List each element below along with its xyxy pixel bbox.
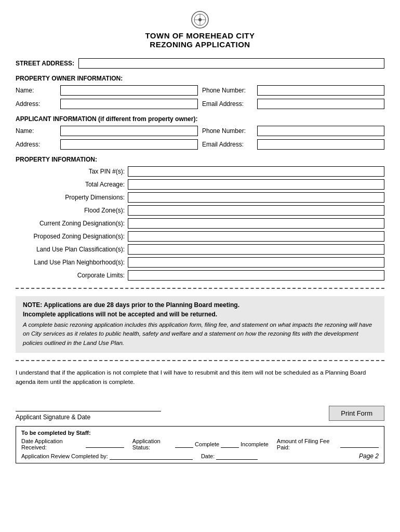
flood-zone-input[interactable]	[128, 205, 384, 216]
date-received-label: Date Application Received:	[21, 438, 84, 450]
fee-value[interactable]	[340, 441, 379, 448]
applicant-address-email-row: Address: Email Address:	[16, 139, 384, 150]
fee-field: Amount of Filing Fee Paid:	[277, 438, 379, 450]
print-form-button[interactable]: Print Form	[329, 406, 384, 421]
owner-address-email-row: Address: Email Address:	[16, 99, 384, 109]
note-line2: Incomplete applications will not be acce…	[23, 311, 377, 318]
date-received-field: Date Application Received:	[21, 438, 124, 450]
applicant-address-label: Address:	[16, 141, 57, 148]
divider-top	[16, 288, 384, 289]
current-zoning-row: Current Zoning Designation(s):	[16, 218, 384, 229]
review-date-value[interactable]	[216, 453, 258, 460]
note-box: NOTE: Applications are due 28 days prior…	[16, 296, 384, 353]
note-title: NOTE: Applications are due 28 days prior…	[23, 301, 377, 309]
owner-name-input[interactable]	[60, 85, 198, 96]
review-date-label: Date:	[201, 453, 215, 459]
date-received-value[interactable]	[86, 441, 124, 448]
incomplete-checkbox[interactable]	[221, 441, 239, 448]
applicant-address-input[interactable]	[60, 139, 198, 150]
applicant-section-label: APPLICANT INFORMATION (if different from…	[16, 115, 384, 123]
flood-zone-label: Flood Zone(s):	[31, 207, 125, 214]
land-use-class-input[interactable]	[128, 244, 384, 255]
tax-pin-input[interactable]	[128, 166, 384, 177]
property-dimensions-label: Property Dimensions:	[31, 194, 125, 201]
corporate-limits-row: Corporate Limits:	[16, 270, 384, 281]
owner-address-label: Address:	[16, 100, 57, 108]
owner-name-phone-row: Name: Phone Number:	[16, 85, 384, 96]
signature-line	[16, 402, 161, 411]
applicant-name-label: Name:	[16, 127, 57, 135]
signature-section: Applicant Signature & Date Print Form	[16, 402, 384, 421]
street-address-label: STREET ADDRESS:	[16, 60, 74, 67]
fee-label: Amount of Filing Fee Paid:	[277, 438, 339, 450]
page-header: TOWN OF MOREHEAD CITY REZONING APPLICATI…	[16, 10, 384, 49]
proposed-zoning-label: Proposed Zoning Designation(s):	[31, 233, 125, 240]
app-status-field: Application Status: Complete Incomplete	[132, 438, 269, 450]
app-status-label: Application Status:	[132, 438, 174, 450]
city-logo	[191, 10, 209, 29]
proposed-zoning-row: Proposed Zoning Designation(s):	[16, 231, 384, 242]
review-field: Application Review Completed by:	[21, 453, 193, 460]
proposed-zoning-input[interactable]	[128, 231, 384, 242]
total-acreage-row: Total Acreage:	[16, 179, 384, 190]
flood-zone-row: Flood Zone(s):	[16, 205, 384, 216]
consent-text: I understand that if the application is …	[16, 368, 384, 387]
current-zoning-input[interactable]	[128, 218, 384, 229]
tax-pin-row: Tax PIN #(s):	[16, 166, 384, 177]
review-date-field: Date:	[201, 453, 258, 460]
incomplete-label: Incomplete	[241, 441, 269, 447]
property-dimensions-row: Property Dimensions:	[16, 192, 384, 203]
note-prefix: NOTE:	[23, 301, 42, 309]
corporate-limits-label: Corporate Limits:	[31, 272, 125, 279]
land-use-neighborhood-label: Land Use Plan Neighborhood(s):	[31, 259, 125, 266]
tax-pin-label: Tax PIN #(s):	[31, 168, 125, 175]
staff-row1: Date Application Received: Application S…	[21, 438, 379, 450]
staff-row2: Application Review Completed by: Date: P…	[21, 453, 379, 460]
applicant-email-input[interactable]	[257, 139, 384, 150]
street-address-row: STREET ADDRESS:	[16, 58, 384, 69]
property-owner-section-label: PROPERTY OWNER INFORMATION:	[16, 75, 384, 82]
property-info-section-label: PROPERTY INFORMATION:	[16, 156, 384, 163]
land-use-class-row: Land Use Plan Classification(s):	[16, 244, 384, 255]
signature-label: Applicant Signature & Date	[16, 414, 329, 421]
total-acreage-input[interactable]	[128, 179, 384, 190]
total-acreage-label: Total Acreage:	[31, 181, 125, 188]
corporate-limits-input[interactable]	[128, 270, 384, 281]
owner-phone-input[interactable]	[257, 85, 384, 96]
applicant-phone-input[interactable]	[257, 126, 384, 136]
note-body: A complete basic rezoning application in…	[23, 321, 377, 348]
applicant-phone-label: Phone Number:	[202, 127, 254, 135]
applicant-name-phone-row: Name: Phone Number:	[16, 126, 384, 136]
review-label: Application Review Completed by:	[21, 453, 108, 459]
note-line1: Applications are due 28 days prior to th…	[44, 301, 239, 309]
divider-bottom	[16, 360, 384, 361]
applicant-email-label: Email Address:	[202, 141, 254, 148]
property-dimensions-input[interactable]	[128, 192, 384, 203]
land-use-neighborhood-row: Land Use Plan Neighborhood(s):	[16, 257, 384, 268]
signature-left: Applicant Signature & Date	[16, 402, 329, 421]
complete-checkbox[interactable]	[175, 441, 193, 448]
form-title1: TOWN OF MOREHEAD CITY	[16, 31, 384, 40]
owner-address-input[interactable]	[60, 99, 198, 109]
land-use-neighborhood-input[interactable]	[128, 257, 384, 268]
page-number: Page 2	[266, 453, 379, 460]
land-use-class-label: Land Use Plan Classification(s):	[31, 246, 125, 253]
current-zoning-label: Current Zoning Designation(s):	[31, 220, 125, 227]
owner-email-input[interactable]	[257, 99, 384, 109]
applicant-name-input[interactable]	[60, 126, 198, 136]
street-address-input[interactable]	[78, 58, 384, 69]
review-value[interactable]	[110, 453, 193, 460]
svg-point-2	[198, 18, 202, 21]
owner-phone-label: Phone Number:	[202, 87, 254, 94]
owner-name-label: Name:	[16, 87, 57, 94]
staff-title: To be completed by Staff:	[21, 430, 379, 436]
complete-label: Complete	[195, 441, 219, 447]
staff-box: To be completed by Staff: Date Applicati…	[16, 426, 384, 463]
owner-email-label: Email Address:	[202, 100, 254, 108]
form-title2: REZONING APPLICATION	[16, 40, 384, 49]
